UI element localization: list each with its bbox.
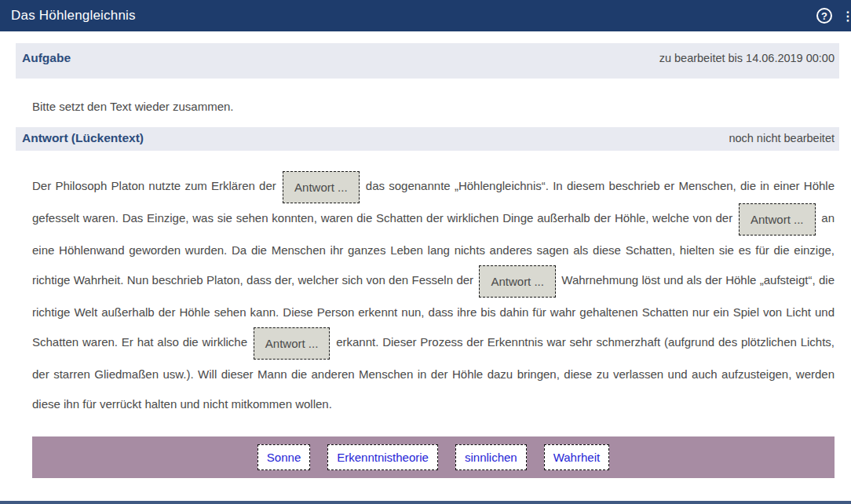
answer-panel-header: Antwort (Lückentext) noch nicht bearbeit… [16,127,839,151]
kebab-menu-icon[interactable]: ⋮ [842,9,851,24]
title-bar: Das Höhlengleichnis ? ⋮ [0,0,851,31]
answer-panel-title: Antwort (Lückentext) [22,131,144,145]
answer-chip[interactable]: Wahrheit [544,444,609,470]
task-panel-header: Aufgabe zu bearbeitet bis 14.06.2019 00:… [16,43,839,79]
cloze-text: Der Philosoph Platon nutzte zum Erklären… [32,179,280,192]
title-bar-icons: ? ⋮ [816,0,843,31]
content-area: Aufgabe zu bearbeitet bis 14.06.2019 00:… [16,43,839,478]
page-title: Das Höhlengleichnis [11,8,136,24]
task-deadline: zu bearbeitet bis 14.06.2019 00:00 [659,51,835,64]
answer-drop-zone[interactable]: Antwort ... [479,265,556,298]
help-icon[interactable]: ? [816,8,832,24]
answer-chip[interactable]: Sonne [257,444,310,470]
task-instruction: Bitte setzt den Text wieder zusammen. [32,100,839,113]
word-bank: SonneErkenntnistheoriesinnlichenWahrheit [32,436,835,478]
next-section-edge [0,501,851,504]
task-panel-title: Aufgabe [22,51,71,65]
answer-drop-zone[interactable]: Antwort ... [739,203,816,236]
answer-chip[interactable]: sinnlichen [455,444,527,470]
answer-chip[interactable]: Erkenntnistheorie [327,444,438,470]
answer-drop-zone[interactable]: Antwort ... [254,327,331,360]
answer-drop-zone[interactable]: Antwort ... [283,171,360,203]
answer-status: noch nicht bearbeitet [729,131,835,144]
cloze-text-paragraph: Der Philosoph Platon nutzte zum Erklären… [32,171,835,419]
